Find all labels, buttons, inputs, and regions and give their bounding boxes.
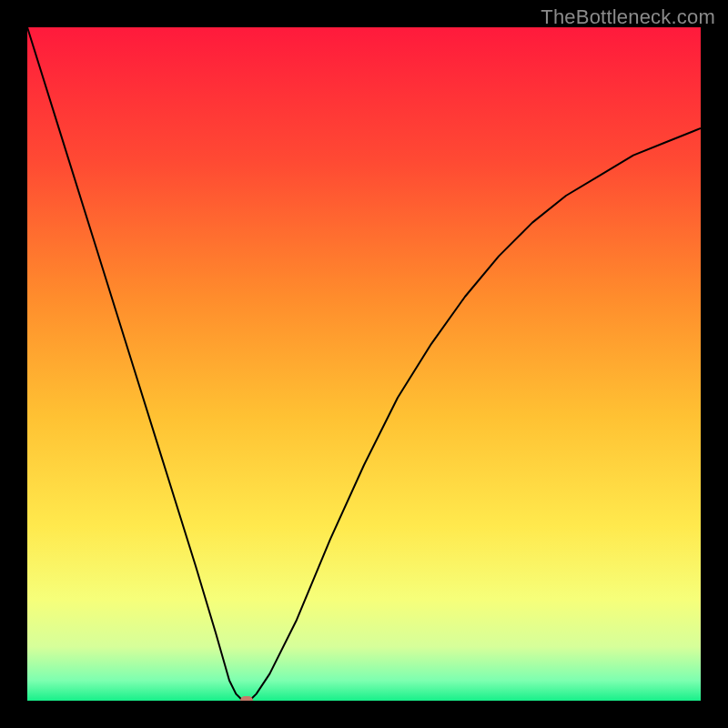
watermark-text: TheBottleneck.com xyxy=(541,5,715,29)
chart-background-gradient xyxy=(27,27,701,701)
optimum-marker xyxy=(240,696,253,701)
chart-frame: TheBottleneck.com xyxy=(0,0,728,728)
svg-rect-0 xyxy=(27,27,701,701)
chart-plot-area xyxy=(27,27,701,701)
